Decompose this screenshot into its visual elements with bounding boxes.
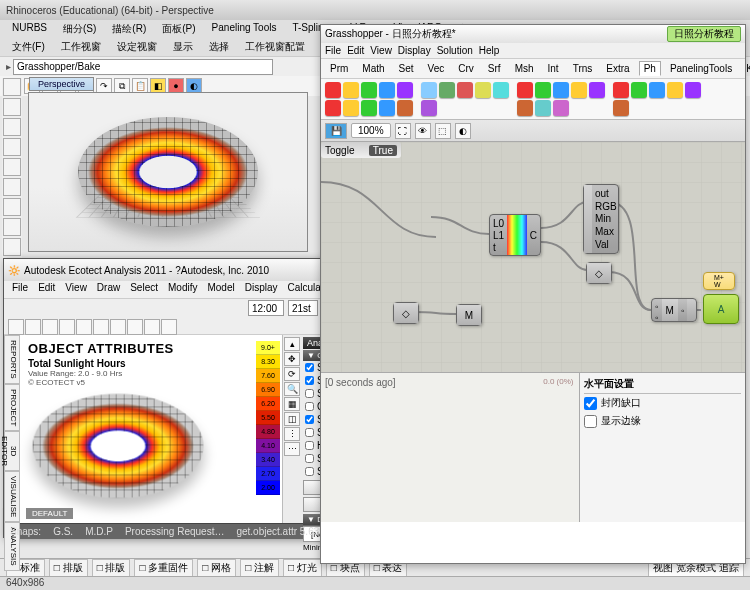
etool-9[interactable] bbox=[144, 319, 160, 335]
ghmenu-help[interactable]: Help bbox=[479, 45, 500, 56]
ghmenu-view[interactable]: View bbox=[370, 45, 392, 56]
gh-titlebar[interactable]: Grasshopper - 日照分析教程* 日照分析教程 bbox=[321, 25, 745, 43]
comp-icon[interactable] bbox=[685, 82, 701, 98]
comp-icon[interactable] bbox=[517, 100, 533, 116]
rect-icon[interactable] bbox=[3, 178, 21, 196]
gh-properties-panel[interactable]: 水平面设置 封闭缺口 显示边缘 bbox=[580, 373, 745, 522]
ghmenu-edit[interactable]: Edit bbox=[347, 45, 364, 56]
comp-icon[interactable] bbox=[457, 82, 473, 98]
comp-icon[interactable] bbox=[343, 82, 359, 98]
sidetab-3deditor[interactable]: 3D EDITOR bbox=[4, 431, 20, 471]
comp-icon[interactable] bbox=[379, 82, 395, 98]
etool-1[interactable] bbox=[8, 319, 24, 335]
save-doc-icon[interactable]: 💾 bbox=[325, 123, 347, 139]
comp-icon[interactable] bbox=[667, 82, 683, 98]
rtool-zoom-icon[interactable]: 🔍 bbox=[284, 382, 300, 396]
rtool-rotate-icon[interactable]: ⟳ bbox=[284, 367, 300, 381]
sidetab-visualise[interactable]: VISUALISE bbox=[4, 471, 20, 522]
comp-icon[interactable] bbox=[553, 82, 569, 98]
btab-mesh[interactable]: □ 网格 bbox=[197, 559, 236, 577]
comp-icon[interactable] bbox=[343, 100, 359, 116]
btab-multi[interactable]: □ 多重固件 bbox=[134, 559, 193, 577]
ghmenu-file[interactable]: File bbox=[325, 45, 341, 56]
btab-annot[interactable]: □ 注解 bbox=[240, 559, 279, 577]
emenu-view[interactable]: View bbox=[61, 282, 91, 297]
prop-check-2[interactable] bbox=[584, 415, 597, 428]
grid-setting-checkbox[interactable] bbox=[305, 402, 314, 411]
comp-icon[interactable] bbox=[439, 82, 455, 98]
sidetab-reports[interactable]: REPORTS bbox=[4, 335, 20, 384]
param-node-2[interactable]: ◇ bbox=[393, 302, 419, 324]
polygon-icon[interactable] bbox=[3, 198, 21, 216]
time-day-input[interactable] bbox=[288, 300, 318, 316]
bounds-node[interactable]: out RGB Min Max Val bbox=[583, 184, 619, 254]
comp-icon[interactable] bbox=[325, 82, 341, 98]
comp-icon[interactable] bbox=[613, 100, 629, 116]
menu-panels[interactable]: 面板(P) bbox=[156, 22, 201, 36]
wireframe-icon[interactable]: ⬚ bbox=[435, 123, 451, 139]
rtool-node-icon[interactable]: ⋮ bbox=[284, 427, 300, 441]
menu-select[interactable]: 选择 bbox=[203, 40, 235, 54]
gh-canvas-toolbar[interactable]: 💾 100% ⛶ 👁 ⬚ ◐ bbox=[321, 120, 745, 142]
gh-category-tabs[interactable]: Prm Math Set Vec Crv Srf Msh Int Trns Ex… bbox=[321, 59, 745, 79]
prop-check-1[interactable] bbox=[584, 397, 597, 410]
tab-set[interactable]: Set bbox=[394, 61, 419, 76]
ghmenu-solution[interactable]: Solution bbox=[437, 45, 473, 56]
comp-icon[interactable] bbox=[361, 100, 377, 116]
rtool-grid-icon[interactable]: ▦ bbox=[284, 397, 300, 411]
comp-icon[interactable] bbox=[493, 82, 509, 98]
param-node-1[interactable]: ◇ bbox=[586, 262, 612, 284]
line-icon[interactable] bbox=[3, 98, 21, 116]
comp-icon[interactable] bbox=[397, 100, 413, 116]
gh-canvas[interactable]: Toggle True L0 L1 t C out RGB Min Max Va… bbox=[321, 142, 745, 372]
tab-srf[interactable]: Srf bbox=[483, 61, 506, 76]
grid-setting-checkbox[interactable] bbox=[305, 454, 314, 463]
etool-4[interactable] bbox=[59, 319, 75, 335]
menu-file[interactable]: 文件(F) bbox=[6, 40, 51, 54]
gh-log-panel[interactable]: [0 seconds ago] 0.0 (0%) bbox=[321, 373, 580, 522]
comp-icon[interactable] bbox=[475, 82, 491, 98]
time-hour-input[interactable] bbox=[248, 300, 284, 316]
emenu-file[interactable]: File bbox=[8, 282, 32, 297]
menu-setview[interactable]: 设定视窗 bbox=[111, 40, 163, 54]
etool-10[interactable] bbox=[161, 319, 177, 335]
m-node-1[interactable]: M bbox=[456, 304, 482, 326]
surface-icon[interactable] bbox=[3, 218, 21, 236]
m-merge-node[interactable]: ◦◦ M ◦ bbox=[651, 298, 697, 322]
viewport-render[interactable] bbox=[29, 93, 307, 251]
menu-panelingtools[interactable]: Paneling Tools bbox=[206, 22, 283, 36]
grid-setting-checkbox[interactable] bbox=[305, 376, 314, 385]
comp-icon[interactable] bbox=[631, 82, 647, 98]
btab-layout2[interactable]: □ 排版 bbox=[92, 559, 131, 577]
btab-lights[interactable]: □ 灯光 bbox=[283, 559, 322, 577]
rtool-move-icon[interactable]: ✥ bbox=[284, 352, 300, 366]
comp-icon[interactable] bbox=[517, 82, 533, 98]
preview-node[interactable]: A bbox=[703, 294, 739, 324]
comp-icon[interactable] bbox=[361, 82, 377, 98]
comp-icon[interactable] bbox=[535, 100, 551, 116]
emenu-select[interactable]: Select bbox=[126, 282, 162, 297]
menu-display[interactable]: 显示 bbox=[167, 40, 199, 54]
comp-icon[interactable] bbox=[379, 100, 395, 116]
rtool-more-icon[interactable]: ⋯ bbox=[284, 442, 300, 456]
comp-icon[interactable] bbox=[325, 100, 341, 116]
rtool-pointer-icon[interactable]: ▴ bbox=[284, 337, 300, 351]
right-panel-tools[interactable]: ▴ ✥ ⟳ 🔍 ▦ ◫ ⋮ ⋯ bbox=[283, 335, 301, 523]
tab-ph[interactable]: Ph bbox=[639, 61, 661, 76]
comp-icon[interactable] bbox=[397, 82, 413, 98]
etool-5[interactable] bbox=[76, 319, 92, 335]
etool-8[interactable] bbox=[127, 319, 143, 335]
tab-vec[interactable]: Vec bbox=[423, 61, 450, 76]
comp-icon[interactable] bbox=[535, 82, 551, 98]
grid-setting-checkbox[interactable] bbox=[305, 467, 314, 476]
tab-math[interactable]: Math bbox=[357, 61, 389, 76]
perspective-viewport[interactable]: Perspective bbox=[28, 92, 308, 252]
viewport-label[interactable]: Perspective bbox=[29, 77, 94, 91]
zoom-level[interactable]: 100% bbox=[351, 123, 391, 138]
btab-layout1[interactable]: □ 排版 bbox=[49, 559, 88, 577]
preview-toggle-icon[interactable]: 👁 bbox=[415, 123, 431, 139]
comp-icon[interactable] bbox=[613, 82, 629, 98]
tab-extra[interactable]: Extra bbox=[601, 61, 634, 76]
comp-icon[interactable] bbox=[571, 82, 587, 98]
grid-setting-checkbox[interactable] bbox=[305, 389, 314, 398]
